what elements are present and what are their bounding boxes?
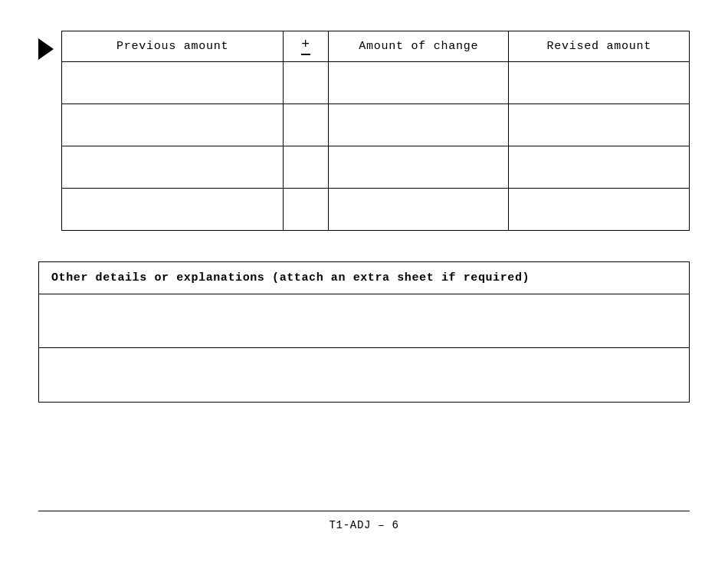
top-section: Previous amount + Amount of change Revis…: [38, 31, 690, 231]
revised-amount-header: Revised amount: [509, 31, 690, 62]
table-row: [62, 188, 690, 230]
previous-amount-header: Previous amount: [62, 31, 284, 62]
revised-amount-cell[interactable]: [509, 61, 690, 104]
table-row: [62, 104, 690, 146]
amount-change-cell[interactable]: [328, 61, 509, 104]
details-row-1[interactable]: [39, 294, 689, 348]
table-row: [62, 61, 690, 104]
arrow-indicator: [38, 31, 54, 60]
table-row: [62, 146, 690, 188]
previous-amount-cell[interactable]: [62, 146, 284, 188]
revised-amount-cell[interactable]: [509, 146, 690, 188]
amount-of-change-header: Amount of change: [328, 31, 509, 62]
previous-amount-cell[interactable]: [62, 104, 284, 146]
plus-minus-cell: [284, 104, 329, 146]
amounts-table: Previous amount + Amount of change Revis…: [61, 31, 690, 231]
plus-minus-cell: [284, 61, 329, 104]
plus-minus-header: +: [284, 31, 329, 62]
plus-minus-cell: [284, 146, 329, 188]
right-arrow-icon: [38, 38, 54, 60]
amount-change-cell[interactable]: [328, 104, 509, 146]
amount-change-cell[interactable]: [328, 188, 509, 230]
previous-amount-cell[interactable]: [62, 188, 284, 230]
plus-minus-icon: +: [293, 37, 319, 55]
footer-divider: [38, 511, 690, 512]
amount-change-cell[interactable]: [328, 146, 509, 188]
revised-amount-cell[interactable]: [509, 188, 690, 230]
footer-section: T1-ADJ – 6: [38, 511, 690, 532]
details-header: Other details or explanations (attach an…: [39, 262, 689, 294]
previous-amount-cell[interactable]: [62, 61, 284, 104]
details-section: Other details or explanations (attach an…: [38, 261, 690, 403]
footer-label: T1-ADJ – 6: [329, 519, 398, 531]
revised-amount-cell[interactable]: [509, 104, 690, 146]
details-row-2[interactable]: [39, 348, 689, 402]
plus-minus-cell: [284, 188, 329, 230]
